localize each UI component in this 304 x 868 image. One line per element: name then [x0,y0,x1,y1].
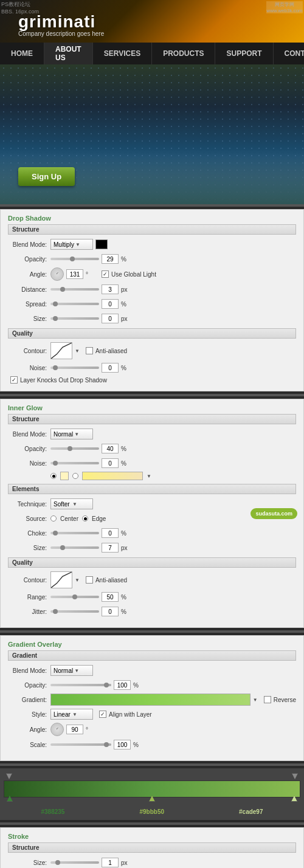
gradient-marker-left[interactable] [6,773,12,779]
align-layer-check[interactable]: ✓ [99,711,106,718]
spread-slider[interactable] [50,303,99,305]
go-opacity-value[interactable]: 100 [114,680,131,690]
nav-item-about[interactable]: ABOUT US [44,43,93,64]
jitter-value[interactable]: 0 [102,607,119,616]
color-label-1: #388235 [41,808,65,815]
go-opacity-slider[interactable] [50,684,111,686]
gradient-strip-arrow[interactable]: ▼ [147,474,151,479]
blend-mode-select[interactable]: Multiply ▼ [50,239,93,250]
go-angle-dial[interactable]: ◜ [50,723,64,736]
color-radio-2[interactable] [72,473,78,479]
opacity-slider[interactable] [50,258,99,260]
distance-value[interactable]: 3 [102,284,119,294]
source-edge-radio[interactable] [82,515,88,522]
spread-value[interactable]: 0 [102,299,119,309]
gradient-bar-arrow[interactable]: ▼ [253,697,258,703]
ig-noise-slider[interactable] [50,462,99,464]
anti-aliased-label: Anti-aliased [95,348,127,354]
go-angle-unit: ° [86,726,95,733]
ig-opacity-value[interactable]: 40 [102,444,119,453]
ig-opacity-control: 40 % [50,444,296,453]
range-value[interactable]: 50 [102,592,119,602]
ig-blend-arrow: ▼ [74,432,90,437]
jitter-slider[interactable] [50,610,99,613]
choke-control: 0 % [50,528,296,538]
choke-slider[interactable] [50,532,99,534]
ig-contour-preview[interactable] [50,571,72,588]
nav-item-products[interactable]: PRODUCTS [152,43,215,64]
size-row: Size: 0 px [8,312,296,325]
noise-label: Noise: [8,365,50,371]
source-radio-row: Center Edge [50,515,106,522]
ig-size-value[interactable]: 7 [102,543,119,553]
go-style-select[interactable]: Linear ▼ [50,709,93,720]
noise-slider[interactable] [50,367,99,369]
gradient-strip[interactable] [82,472,143,480]
go-angle-row: Angle: ◜ 90 ° [8,723,296,736]
contour-arrow[interactable]: ▼ [75,348,80,354]
gradient-preview-area: #388235 #9bbb50 #cade97 [0,768,304,820]
watermark-left: PS教程论坛 BBS. 16px.com [1,1,39,15]
ig-opacity-slider[interactable] [50,447,99,450]
ig-size-label: Size: [8,545,50,551]
gradient-bar[interactable] [50,694,250,706]
layer-knocks-check[interactable]: ✓ [10,376,18,384]
reverse-check[interactable] [264,696,271,703]
anti-aliased-check[interactable] [86,347,93,354]
go-style-arrow: ▼ [72,712,90,717]
gradient-canvas[interactable] [4,780,300,797]
blend-mode-color[interactable] [95,239,108,249]
color-radio-1[interactable] [50,473,57,479]
technique-select[interactable]: Softer ▼ [50,498,93,509]
ig-blend-mode-select[interactable]: Normal ▼ [50,429,93,439]
color-swatch-btn[interactable] [60,472,69,480]
go-scale-slider[interactable] [50,743,111,746]
signup-button[interactable]: Sign Up [18,167,75,186]
distance-unit: px [121,286,131,293]
go-scale-value[interactable]: 100 [114,740,131,749]
color-label-2: #9bbb50 [139,808,164,815]
nav-item-contact[interactable]: CONTAC [274,43,305,64]
source-label: Source: [8,515,50,522]
go-opacity-label: Opacity: [8,682,50,689]
angle-value[interactable]: 131 [66,269,83,279]
anti-aliased-row: Anti-aliased [86,347,127,354]
choke-value[interactable]: 0 [102,528,119,538]
size-slider[interactable] [50,317,99,320]
ig-size-control: 7 px [50,543,296,553]
go-blend-arrow: ▼ [74,668,90,673]
stroke-size-value[interactable]: 1 [102,858,119,867]
distance-slider[interactable] [50,288,99,291]
reverse-label: Reverse [274,697,296,703]
opacity-value[interactable]: 29 [102,254,119,264]
nav-item-home[interactable]: HOME [0,43,44,64]
range-row: Range: 50 % [8,591,296,603]
angle-dial[interactable]: ◜ [50,267,64,281]
range-slider[interactable] [50,596,99,598]
contour-control: ▼ Anti-aliased [50,342,296,359]
go-blend-select[interactable]: Normal ▼ [50,665,93,676]
angle-unit: ° [86,271,95,278]
size-label: Size: [8,315,50,322]
source-center-radio[interactable] [50,515,57,522]
ig-opacity-row: Opacity: 40 % [8,443,296,455]
nav-item-support[interactable]: SUPPORT [215,43,273,64]
global-light-check[interactable]: ✓ [102,270,109,278]
contour-preview[interactable] [50,342,72,359]
gradient-marker-right[interactable] [292,773,298,779]
ig-noise-value[interactable]: 0 [102,458,119,468]
ig-anti-aliased-check[interactable] [86,576,93,584]
nav-item-services[interactable]: SERVICES [93,43,152,64]
noise-value[interactable]: 0 [102,363,119,373]
ig-contour-arrow[interactable]: ▼ [75,577,80,583]
choke-label: Choke: [8,530,50,537]
stroke-size-slider[interactable] [50,861,99,864]
go-angle-value[interactable]: 90 [66,725,83,734]
opacity-control: 29 % [50,254,296,264]
logo-sub: Company description goes here [18,30,104,37]
ig-contour-label: Contour: [8,577,50,584]
ig-quality-section: Quality [8,557,296,568]
size-value[interactable]: 0 [102,314,119,323]
ig-size-slider[interactable] [50,546,99,549]
quality-section: Quality [8,328,296,339]
